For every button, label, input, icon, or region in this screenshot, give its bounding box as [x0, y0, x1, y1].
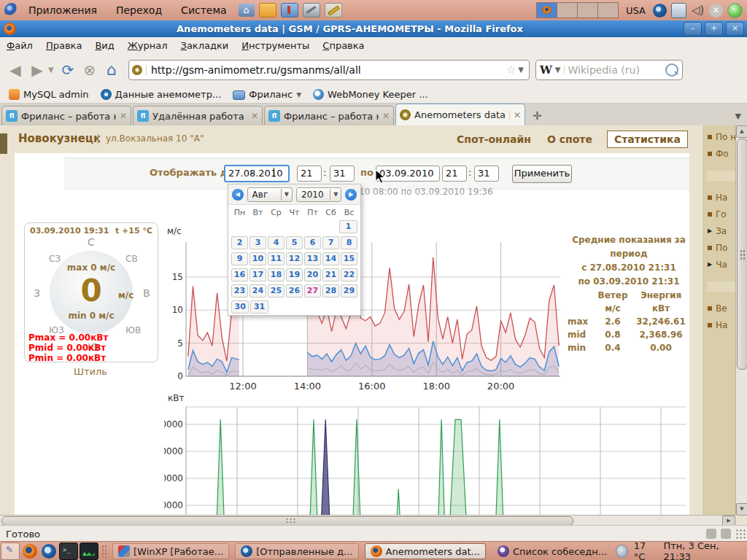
editor-launcher-icon[interactable] — [325, 3, 342, 18]
maximize-button[interactable]: + — [705, 22, 723, 36]
bookmark-item[interactable]: Данные анемометр... — [96, 89, 226, 100]
calendar-day[interactable]: 13 — [304, 252, 321, 265]
workspace-4[interactable] — [598, 3, 618, 18]
menu-Инструменты[interactable]: Инструменты — [235, 40, 316, 51]
calendar-day[interactable]: 15 — [341, 252, 357, 265]
calendar-day[interactable]: 25 — [268, 284, 285, 298]
url-dropdown-icon[interactable]: ▼ — [516, 66, 526, 74]
calendar-day[interactable]: 24 — [249, 284, 266, 298]
firefox-launcher-icon[interactable] — [23, 544, 37, 559]
tab-list-dropdown-icon[interactable]: ▼ — [734, 112, 747, 125]
tools-launcher-icon[interactable] — [303, 3, 320, 18]
calendar-day[interactable]: 3 — [249, 236, 266, 249]
history-dropdown-icon[interactable]: ▼ — [48, 66, 57, 74]
tab-4[interactable]: Anemometers data | GSM...✕ — [395, 104, 525, 125]
remote-desktop-launcher-icon[interactable]: ⌂ — [239, 4, 255, 17]
calendar-day[interactable]: 31 — [250, 300, 268, 314]
workspace-3[interactable] — [578, 3, 598, 18]
hour-to-input[interactable]: 21 — [442, 166, 467, 182]
calendar-day[interactable]: 4 — [268, 236, 285, 249]
sidebar-item[interactable]: Ве — [708, 303, 735, 314]
bookmark-item[interactable]: MySQL admin — [4, 89, 93, 100]
calendar-day[interactable]: 20 — [304, 268, 321, 281]
weather-moon-icon[interactable] — [616, 545, 627, 558]
reload-button-icon[interactable]: ⟳ — [57, 61, 79, 79]
task-button[interactable]: [WinXP [Работае... — [112, 543, 229, 559]
vertical-scrollbar[interactable]: ▲ ▼ — [735, 125, 747, 515]
forward-button-icon[interactable]: ▶ — [26, 61, 48, 79]
search-input[interactable]: Wikipedia (ru) — [568, 64, 665, 76]
thunderbird-launcher-icon[interactable] — [42, 544, 56, 559]
search-icon[interactable] — [665, 63, 678, 77]
vertical-scrollbar-thumb[interactable] — [737, 139, 747, 370]
menu-Журнал[interactable]: Журнал — [121, 40, 174, 51]
folder-launcher-icon[interactable] — [259, 3, 276, 18]
calendar-day[interactable]: 14 — [322, 252, 339, 265]
calendar-year-select[interactable]: 2010 ▼ — [296, 187, 341, 202]
new-tab-button[interactable]: ✛ — [525, 109, 549, 125]
calendar-month-select[interactable]: Авг ▼ — [247, 187, 293, 202]
bookmark-star-icon[interactable]: ☆ — [506, 63, 516, 77]
scroll-down-icon[interactable]: ▼ — [736, 503, 747, 516]
close-button[interactable]: × — [726, 22, 744, 36]
addon-status-icon[interactable] — [721, 529, 731, 539]
temperature-indicator[interactable]: 17 °C — [634, 540, 658, 560]
home-button-icon[interactable]: ⌂ — [101, 61, 123, 79]
disconnect-tray-icon[interactable]: ✕ — [709, 4, 723, 18]
calendar-day[interactable]: 19 — [286, 268, 303, 281]
sidebar-item[interactable]: По но — [708, 132, 735, 142]
calendar-day[interactable]: 2 — [231, 236, 248, 249]
window-titlebar[interactable]: Anemometers data | GSM / GPRS-АНЕМОМЕТРЫ… — [0, 20, 747, 37]
page-nav-О споте[interactable]: О споте — [546, 131, 594, 147]
clock[interactable]: Птн, 3 Сен, 21:33 — [663, 540, 741, 560]
calendar-day[interactable]: 28 — [322, 284, 339, 298]
scroll-right-icon[interactable]: ▶ — [722, 516, 735, 525]
calendar-day[interactable]: 18 — [268, 268, 285, 281]
menu-Правка[interactable]: Правка — [39, 40, 88, 51]
calendar-day[interactable]: 7 — [322, 236, 339, 249]
tab-close-icon[interactable]: ✕ — [251, 111, 258, 121]
calendar-day[interactable]: 6 — [304, 236, 321, 249]
sidebar-item[interactable]: По — [708, 243, 735, 253]
calendar-day[interactable]: 16 — [231, 268, 248, 281]
calendar-day[interactable]: 8 — [341, 236, 357, 249]
minimize-button[interactable]: – — [684, 22, 702, 36]
calendar-day[interactable]: 22 — [341, 268, 357, 281]
sidebar-item[interactable]: Го — [708, 209, 735, 219]
menu-Вид[interactable]: Вид — [88, 40, 120, 51]
terminal-launcher-icon[interactable] — [59, 542, 78, 560]
calendar-day[interactable]: 17 — [249, 268, 266, 281]
workspace-switcher[interactable] — [536, 2, 619, 18]
calendar-day[interactable]: 9 — [231, 252, 248, 265]
calendar-day[interactable]: 29 — [341, 284, 357, 298]
minute-from-input[interactable]: 31 — [330, 166, 355, 182]
calendar-prev-icon[interactable]: ◀ — [232, 189, 244, 201]
tab-close-icon[interactable]: ✕ — [514, 110, 521, 120]
search-engine-dropdown-icon[interactable]: ▼ — [552, 66, 565, 74]
documents-launcher-icon[interactable] — [281, 3, 298, 18]
date-to-input[interactable]: 03.09.2010 — [376, 166, 440, 182]
calendar-day[interactable]: 1 — [339, 220, 357, 233]
sidebar-item[interactable]: Фо — [708, 149, 735, 159]
sidebar-item[interactable]: ▶Ча — [708, 260, 735, 270]
panel-menu-places[interactable]: Переход — [107, 0, 171, 20]
gnome-main-menu-icon[interactable] — [4, 3, 19, 18]
task-button[interactable]: Список собеседн... — [492, 543, 613, 559]
panel-menu-applications[interactable]: Приложения — [19, 0, 107, 20]
calendar-day[interactable]: 11 — [268, 252, 285, 265]
calendar-day[interactable]: 10 — [249, 252, 266, 265]
status-online-tray-icon[interactable] — [727, 3, 743, 18]
tab-1[interactable]: flФриланс – работа на дом...✕ — [1, 106, 131, 125]
tab-2[interactable]: flУдалённая работа | Пан...✕ — [133, 106, 263, 125]
calendar-day[interactable]: 26 — [286, 284, 303, 298]
window-resize-grip[interactable] — [735, 529, 746, 539]
page-nav-Спот-онлайн[interactable]: Спот-онлайн — [455, 131, 533, 147]
sidebar-item[interactable]: ▶За — [708, 226, 735, 236]
task-button[interactable]: Anemometers dat... — [365, 543, 486, 559]
minute-to-input[interactable]: 31 — [474, 166, 499, 182]
date-from-input[interactable]: 27.08.2010 — [224, 165, 290, 182]
calendar-next-icon[interactable]: ▶ — [345, 189, 357, 201]
calendar-day[interactable]: 27 — [304, 284, 321, 298]
hour-from-input[interactable]: 21 — [297, 166, 322, 182]
system-monitor-launcher-icon[interactable] — [80, 542, 98, 560]
